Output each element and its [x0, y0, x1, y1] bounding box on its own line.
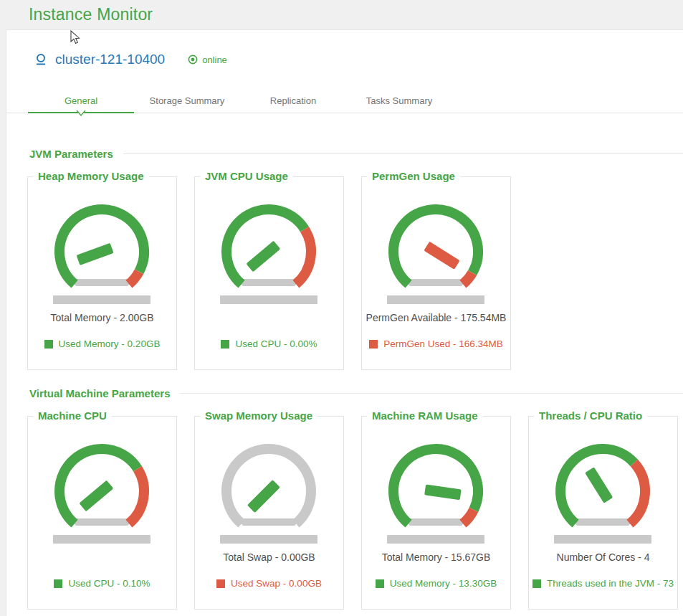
card-title: Heap Memory Usage — [33, 170, 149, 182]
gauge-card-row: Machine CPUUsed CPU - 0.10%Swap Memory U… — [27, 416, 683, 610]
gauge-needle — [424, 484, 462, 500]
tab-replication[interactable]: Replication — [240, 91, 346, 113]
gauge-needle — [77, 243, 114, 265]
legend-swatch — [221, 340, 229, 349]
tab-storage-summary[interactable]: Storage Summary — [134, 91, 240, 113]
gauge-total-label: Total Swap - 0.00GB — [195, 551, 343, 563]
gauge-chart — [28, 417, 178, 546]
gauge-legend: PermGen Used - 166.34MB — [362, 338, 510, 349]
card-title: Machine RAM Usage — [367, 409, 483, 422]
gauge-base — [570, 518, 636, 526]
active-tab-caret-icon — [75, 110, 87, 117]
tab-bar: General Storage Summary Replication Task… — [6, 91, 683, 113]
section-divider — [123, 153, 683, 154]
gauge-total-label: PermGen Available - 175.54MB — [362, 312, 510, 323]
page-title: Instance Monitor — [29, 5, 153, 24]
gauge-chart — [362, 177, 512, 306]
legend-swatch — [54, 579, 62, 588]
legend-swatch — [376, 579, 384, 588]
card-title: PermGen Usage — [367, 170, 460, 182]
instance-name-link[interactable]: cluster-121-10400 — [55, 52, 165, 67]
card-title: JVM CPU Usage — [200, 170, 293, 182]
gauge-legend: Used Memory - 0.20GB — [28, 338, 176, 349]
gauge-legend: Used Swap - 0.00GB — [195, 578, 343, 589]
gauge-base — [236, 279, 302, 286]
app-header: Instance Monitor — [0, 0, 683, 29]
gauge-chart — [28, 177, 178, 306]
section-virtual-machine-parameters: Virtual Machine Parameters Machine CPUUs… — [27, 387, 683, 610]
gauge-chart — [195, 417, 345, 546]
section-title: Virtual Machine Parameters — [29, 387, 170, 399]
section-header: JVM Parameters — [29, 148, 683, 160]
gauge-legend: Used Memory - 13.30GB — [362, 578, 510, 589]
tab-tasks-summary[interactable]: Tasks Summary — [346, 91, 452, 113]
legend-swatch — [369, 340, 378, 349]
legend-label: Used Swap - 0.00GB — [231, 578, 322, 589]
main-panel: cluster-121-10400 online General Storage… — [6, 29, 683, 616]
gauge-arc-segment-red — [129, 469, 144, 523]
gauge-chart — [195, 177, 345, 306]
gauge-needle — [247, 480, 280, 513]
gauge-arc-segment-red — [463, 510, 474, 523]
gauge-base — [69, 279, 135, 286]
gauge-total-label: Number Of Cores - 4 — [529, 551, 677, 563]
instance-row: cluster-121-10400 online — [6, 30, 683, 67]
card-title: Threads / CPU Ratio — [534, 409, 647, 422]
gauge-bottom-bar — [554, 535, 651, 544]
gauge-card: Swap Memory UsageTotal Swap - 0.00GBUsed… — [194, 416, 344, 610]
legend-label: Used Memory - 0.20GB — [59, 338, 161, 349]
gauge-card: Threads / CPU RatioNumber Of Cores - 4Th… — [528, 416, 678, 610]
gauge-card: JVM CPU UsageUsed CPU - 0.00% — [194, 176, 344, 370]
legend-label: Threads used in the JVM - 73 — [547, 578, 674, 589]
instance-icon — [35, 53, 47, 66]
gauge-needle — [79, 480, 113, 512]
section-divider — [180, 393, 683, 394]
gauge-card: Machine CPUUsed CPU - 0.10% — [27, 416, 177, 610]
gauge-base — [236, 518, 302, 526]
card-title: Machine CPU — [33, 409, 112, 422]
legend-label: Used CPU - 0.00% — [235, 338, 317, 349]
gauge-legend: Threads used in the JVM - 73 — [529, 578, 677, 589]
card-title: Swap Memory Usage — [200, 409, 317, 422]
mouse-cursor-icon — [70, 30, 81, 46]
gauge-arc-segment-green — [59, 449, 138, 523]
gauge-card: Machine RAM UsageTotal Memory - 15.67GBU… — [361, 416, 511, 610]
status-badge: online — [188, 55, 227, 65]
gauge-chart — [529, 417, 679, 546]
legend-label: Used Memory - 13.30GB — [390, 578, 497, 589]
legend-swatch — [216, 579, 225, 588]
gauge-arc-segment-red — [296, 229, 311, 284]
gauge-bottom-bar — [220, 295, 317, 304]
gauge-card: Heap Memory UsageTotal Memory - 2.00GBUs… — [27, 176, 177, 370]
legend-swatch — [532, 579, 541, 588]
gauge-bottom-bar — [220, 535, 317, 544]
gauge-arc-segment-red — [463, 273, 472, 285]
section-header: Virtual Machine Parameters — [29, 387, 683, 399]
gauge-bottom-bar — [53, 295, 151, 304]
legend-label: Used CPU - 0.10% — [68, 578, 150, 589]
gauge-arc-segment-green — [226, 209, 305, 284]
gauge-legend: Used CPU - 0.00% — [195, 338, 343, 349]
gauge-card-row: Heap Memory UsageTotal Memory - 2.00GBUs… — [27, 176, 683, 370]
gauge-total-label: Total Memory - 2.00GB — [28, 312, 176, 323]
status-label: online — [202, 55, 227, 65]
gauge-arc-segment-red — [129, 272, 139, 285]
tab-content: JVM Parameters Heap Memory UsageTotal Me… — [6, 113, 683, 610]
gauge-base — [69, 518, 135, 526]
section-title: JVM Parameters — [29, 148, 113, 160]
gauge-needle — [585, 467, 613, 503]
section-jvm-parameters: JVM Parameters Heap Memory UsageTotal Me… — [27, 148, 683, 370]
gauge-base — [403, 279, 469, 286]
gauge-base — [403, 518, 469, 526]
gauge-needle — [424, 242, 459, 270]
gauge-chart — [362, 417, 512, 546]
gauge-bottom-bar — [387, 295, 484, 304]
gauge-card: PermGen UsagePermGen Available - 175.54M… — [361, 176, 511, 370]
legend-label: PermGen Used - 166.34MB — [383, 338, 503, 349]
gauge-bottom-bar — [387, 535, 484, 544]
gauge-bottom-bar — [53, 535, 151, 544]
gauge-needle — [246, 241, 280, 273]
online-status-icon — [188, 55, 198, 65]
gauge-arc-segment-red — [630, 463, 645, 524]
gauge-total-label: Total Memory - 15.67GB — [362, 551, 510, 563]
